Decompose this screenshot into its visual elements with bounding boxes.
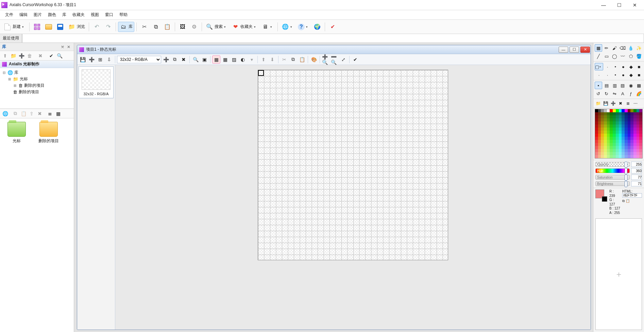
palette-swatch[interactable] [625, 143, 628, 146]
palette-swatch[interactable] [639, 112, 642, 115]
palette-swatch[interactable] [598, 112, 601, 115]
palette-swatch[interactable] [613, 115, 616, 118]
doc-zoomin-icon[interactable]: ➕🔍 [322, 55, 330, 64]
palette-swatch[interactable] [601, 137, 604, 140]
palette-swatch[interactable] [616, 121, 619, 124]
palette-swatch[interactable] [607, 155, 610, 158]
palette-swatch[interactable] [630, 121, 633, 124]
palette-swatch[interactable] [625, 112, 628, 115]
palette-swatch[interactable] [619, 152, 622, 155]
palette-swatch[interactable] [628, 140, 631, 143]
palette-swatch[interactable] [616, 143, 619, 146]
palette-swatch[interactable] [601, 134, 604, 137]
doc-fit-icon[interactable]: ▣ [200, 55, 208, 64]
background-color[interactable] [602, 196, 607, 202]
palette-swatch[interactable] [601, 146, 604, 149]
doc-dupformat-icon[interactable]: ⧉ [171, 55, 179, 64]
palette-swatch[interactable] [625, 118, 628, 121]
palette-swatch[interactable] [598, 118, 601, 121]
palette-swatch[interactable] [637, 134, 640, 137]
palette-swatch[interactable] [633, 149, 637, 152]
palette-swatch[interactable] [595, 146, 598, 149]
palette-swatch[interactable] [639, 115, 642, 118]
doc-import-icon[interactable]: ⇩ [105, 55, 113, 64]
palette-swatch[interactable] [628, 134, 631, 137]
palette-swatch[interactable] [604, 131, 607, 134]
lib2-list-icon[interactable]: ≣ [46, 110, 54, 117]
doc-checker-icon[interactable]: ▨ [230, 55, 238, 64]
palette-swatch[interactable] [595, 112, 598, 115]
palette-swatch[interactable] [607, 109, 610, 112]
palette-swatch[interactable] [613, 109, 616, 112]
palette-swatch[interactable] [595, 155, 598, 158]
palette-swatch[interactable] [639, 152, 642, 155]
doc-add-icon[interactable]: ➕ [87, 55, 96, 64]
palette-swatch[interactable] [630, 115, 633, 118]
save-button[interactable] [55, 22, 66, 32]
size-8[interactable]: • [612, 71, 619, 79]
minimize-button[interactable]: — [596, 0, 611, 10]
palette-swatch[interactable] [607, 149, 610, 152]
palette-swatch[interactable] [604, 115, 607, 118]
palette-swatch[interactable] [625, 121, 628, 124]
palette-swatch[interactable] [616, 109, 619, 112]
swatch-save-icon[interactable]: 💾 [602, 100, 609, 107]
palette-swatch[interactable] [604, 128, 607, 131]
palette-swatch[interactable] [598, 152, 601, 155]
palette-swatch[interactable] [598, 143, 601, 146]
palette-swatch[interactable] [598, 137, 601, 140]
lib2-export-icon[interactable]: ⇪ [28, 110, 35, 117]
palette-swatch[interactable] [630, 146, 633, 149]
palette-swatch[interactable] [628, 128, 631, 131]
palette-swatch[interactable] [622, 137, 625, 140]
menu-view[interactable]: 视图 [88, 11, 102, 19]
palette-swatch[interactable] [595, 152, 598, 155]
palette-swatch[interactable] [639, 121, 642, 124]
new-button[interactable]: 新建▾ [2, 22, 27, 32]
palette-swatch[interactable] [637, 118, 640, 121]
palette-swatch[interactable] [598, 131, 601, 134]
update-button[interactable]: 🌍 [312, 22, 323, 32]
palette-swatch[interactable] [595, 128, 598, 131]
palette-swatch[interactable] [610, 121, 613, 124]
palette-swatch[interactable] [604, 149, 607, 152]
palette-swatch[interactable] [622, 140, 625, 143]
close-panel-icon[interactable]: ✕ [66, 45, 72, 49]
size-6[interactable]: · [595, 71, 603, 79]
palette-swatch[interactable] [610, 115, 613, 118]
tree-root[interactable]: ⊟🌐库 [0, 69, 74, 76]
tree-node-cursors[interactable]: ⊞📁光标 [0, 76, 74, 82]
palette-swatch[interactable] [604, 140, 607, 143]
lib-check-icon[interactable]: ✔ [48, 52, 55, 60]
palette-swatch[interactable] [637, 152, 640, 155]
undo-button[interactable]: ↶ [91, 22, 102, 32]
palette-swatch[interactable] [619, 112, 622, 115]
palette-swatch[interactable] [610, 143, 613, 146]
palette-swatch[interactable] [622, 134, 625, 137]
palette-swatch[interactable] [633, 118, 637, 121]
palette-swatch[interactable] [619, 131, 622, 134]
fill-grad-v[interactable]: ▥ [611, 82, 618, 89]
fg-bg-swatch[interactable] [595, 189, 607, 202]
palette-swatch[interactable] [633, 137, 637, 140]
doc-maximize-button[interactable]: ☐ [570, 47, 579, 53]
palette-swatch[interactable] [625, 134, 628, 137]
palette-swatch[interactable] [604, 121, 607, 124]
lib2-copy-icon[interactable]: ⧉ [12, 110, 19, 117]
library-tree[interactable]: ⊟🌐库 ⊞📁光标 ⊞🗑删除的项目 🗑删除的项目 [0, 68, 74, 109]
palette-swatch[interactable] [610, 118, 613, 121]
size-1[interactable]: · [604, 63, 611, 70]
format-select[interactable]: 32x32 - RGB/A [117, 56, 161, 63]
palette-swatch[interactable] [616, 118, 619, 121]
palette-swatch[interactable] [613, 149, 616, 152]
lib-search-icon[interactable]: 🔍 [56, 52, 63, 60]
palette-swatch[interactable] [613, 131, 616, 134]
size-7[interactable]: ∙ [604, 71, 611, 79]
rotate-ccw-icon[interactable]: ↺ [595, 90, 602, 97]
palette-swatch[interactable] [630, 112, 633, 115]
palette-swatch[interactable] [598, 140, 601, 143]
palette-swatch[interactable] [607, 134, 610, 137]
doc-newformat-icon[interactable]: ➕ [162, 55, 170, 64]
copy-icon[interactable]: ⧉ [622, 199, 625, 203]
palette-swatch[interactable] [637, 140, 640, 143]
